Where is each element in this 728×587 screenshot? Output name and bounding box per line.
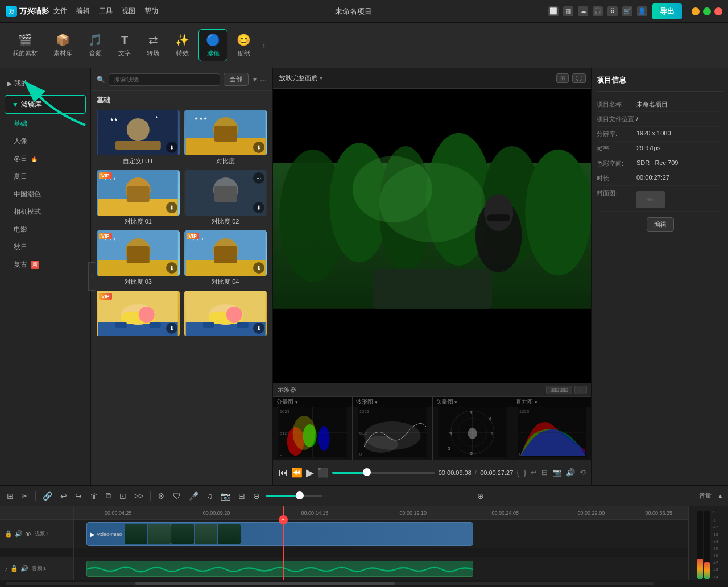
filter-contrast03[interactable]: VIP ✦ ✦ ✦ ⬇ 对比度 03 [97, 230, 180, 286]
left-item-retro[interactable]: 复古 新 [0, 256, 90, 274]
filter-options-icon[interactable]: ··· [253, 172, 264, 184]
filter-contrast02[interactable]: ··· ⬇ 对比度 02 [184, 170, 267, 226]
tl-cut-tool[interactable]: ✂ [19, 490, 31, 502]
frame-back-button[interactable]: ⏪ [291, 467, 303, 478]
tool-effects[interactable]: ✨ 特效 [168, 30, 196, 61]
cloud-icon[interactable]: ☁ [578, 6, 588, 16]
scrollbar-track[interactable] [6, 582, 654, 585]
stop-button[interactable]: ⬛ [317, 467, 329, 478]
mark-in-button[interactable]: { [516, 468, 519, 477]
tl-plus-tool[interactable]: ⊕ [475, 490, 486, 502]
cart-icon[interactable]: 🛒 [622, 6, 632, 16]
volume-arrow[interactable]: ▲ [717, 493, 723, 499]
play-pause-button[interactable]: ▶ [306, 466, 314, 479]
left-item-autumn[interactable]: 秋日 [0, 238, 90, 256]
tl-mute-tool[interactable]: 🛡 [171, 490, 183, 502]
left-item-summer[interactable]: 夏日 [0, 168, 90, 185]
filter-lib-item[interactable]: ▼ 滤镜库 [5, 95, 86, 114]
zoom-thumb[interactable] [296, 491, 304, 499]
user-icon[interactable]: 👤 [637, 6, 647, 16]
filter-contrast[interactable]: ★ ★ ★ ⬇ 对比度 [184, 110, 267, 166]
insert-button[interactable]: ↩ [531, 468, 537, 477]
layout-icon[interactable]: ▦ [563, 6, 573, 16]
export-button[interactable]: 导出 [652, 3, 682, 19]
filter-8[interactable]: ⬇ [184, 291, 267, 338]
left-item-movie[interactable]: 电影 [0, 221, 90, 238]
monitor-icon[interactable]: ⬜ [548, 6, 559, 16]
menu-help[interactable]: 帮助 [144, 6, 158, 16]
left-item-china[interactable]: 中国潮色 [0, 185, 90, 203]
tool-audio[interactable]: 🎵 音频 [81, 30, 109, 61]
download-icon-4[interactable]: ⬇ [253, 202, 264, 213]
audio-lock-icon[interactable]: 🔒 [10, 565, 18, 572]
tool-my-assets[interactable]: 🎬 我的素材 [6, 30, 44, 61]
scope-vectorgraph-title[interactable]: 矢量图 ▾ [436, 398, 458, 406]
tl-forward-tool[interactable]: >> [132, 490, 146, 502]
video-visible-icon[interactable]: 👁 [25, 531, 31, 538]
grid-icon[interactable]: ⠿ [607, 6, 618, 16]
tl-link-tool[interactable]: 🔗 [40, 490, 55, 502]
tl-audio-tool[interactable]: ♫ [204, 490, 215, 502]
download-icon-3[interactable]: ⬇ [166, 202, 177, 213]
tl-settings-tool[interactable]: ⚙ [155, 490, 167, 502]
filter-tag-chevron[interactable]: ▾ [253, 76, 257, 84]
download-icon[interactable]: ⬇ [166, 142, 177, 153]
close-button[interactable]: × [714, 7, 722, 15]
video-clip[interactable]: ▶ video-miao [86, 522, 473, 546]
headphone-icon[interactable]: 🎧 [593, 6, 603, 16]
more-options-button[interactable]: ⟲ [580, 468, 586, 477]
mark-out-button[interactable]: } [524, 468, 526, 477]
tool-text[interactable]: T 文字 [111, 30, 138, 61]
filter-7[interactable]: VIP ⬇ [97, 291, 180, 338]
menu-edit[interactable]: 编辑 [76, 6, 90, 16]
filter-tag-all[interactable]: 全部 [224, 73, 249, 86]
timeline-scrollbar[interactable] [0, 580, 728, 587]
scope-vectorscope-title[interactable]: 分量图 ▾ [276, 398, 298, 406]
menu-file[interactable]: 文件 [53, 6, 67, 16]
scrollbar-thumb[interactable] [135, 582, 395, 585]
download-icon-8[interactable]: ⬇ [253, 323, 264, 334]
audio-speaker-icon[interactable]: 🔊 [20, 565, 28, 572]
collapse-panel-button[interactable]: ‹ [88, 262, 96, 291]
tool-filter[interactable]: 🔵 滤镜 [198, 29, 228, 61]
tl-copy-tool[interactable]: ⧉ [104, 489, 114, 502]
filter-more-button[interactable]: ··· [260, 75, 267, 84]
edit-button[interactable]: 编辑 [647, 217, 674, 232]
filter-contrast04[interactable]: VIP ✦ ✦ ✦ ⬇ 对比度 04 [184, 230, 267, 286]
scope-histogram-title[interactable]: 直方图 ▾ [516, 398, 537, 406]
progress-thumb[interactable] [363, 468, 371, 476]
tl-redo-tool[interactable]: ↪ [73, 490, 84, 502]
filter-search-input[interactable] [109, 73, 220, 86]
tool-assets[interactable]: 📦 素材库 [47, 30, 79, 61]
menu-view[interactable]: 视图 [122, 6, 135, 16]
split-screen-button[interactable]: ⊟ [541, 468, 548, 477]
download-icon-2[interactable]: ⬇ [253, 142, 264, 153]
filter-contrast01[interactable]: VIP ✦ ✦ ✦ ⬇ 对比度 01 [97, 170, 180, 226]
download-icon-7[interactable]: ⬇ [166, 323, 177, 334]
tl-crop-tool[interactable]: ⊡ [117, 490, 129, 502]
tl-snap-tool[interactable]: ⊞ [5, 490, 16, 502]
snapshot-button[interactable]: 📷 [552, 468, 561, 477]
fullscreen-button[interactable]: ⛶ [572, 73, 586, 83]
tl-undo-tool[interactable]: ↩ [58, 490, 69, 502]
scope-more-btn[interactable]: ··· [574, 386, 587, 394]
minimize-button[interactable]: − [692, 7, 700, 15]
video-lock-icon[interactable]: 🔒 [5, 530, 13, 538]
tl-subtitle-tool[interactable]: ⊟ [236, 490, 247, 502]
tool-transition[interactable]: ⇄ 转场 [140, 30, 166, 61]
left-item-camera[interactable]: 相机模式 [0, 203, 90, 221]
scope-layout-btn[interactable]: ⊞⊞⊞⊞ [546, 386, 572, 394]
download-icon-5[interactable]: ⬇ [166, 262, 177, 274]
video-speaker-icon[interactable]: 🔊 [15, 530, 23, 538]
maximize-button[interactable]: □ [703, 7, 711, 15]
step-back-button[interactable]: ⏮ [279, 468, 288, 478]
tl-minus-tool[interactable]: ⊖ [251, 490, 262, 502]
zoom-slider[interactable] [266, 495, 322, 497]
audio-clip[interactable] [86, 561, 473, 577]
tl-delete-tool[interactable]: 🗑 [88, 490, 100, 502]
toolbar-more-arrow[interactable]: › [260, 38, 267, 53]
download-icon-6[interactable]: ⬇ [253, 262, 264, 274]
left-item-portrait[interactable]: 人像 [0, 133, 90, 150]
filter-custom-lut[interactable]: ★★ ✦ ⬇ 自定义LUT [97, 110, 180, 166]
left-item-winter[interactable]: 冬日 🔥 [0, 150, 90, 168]
